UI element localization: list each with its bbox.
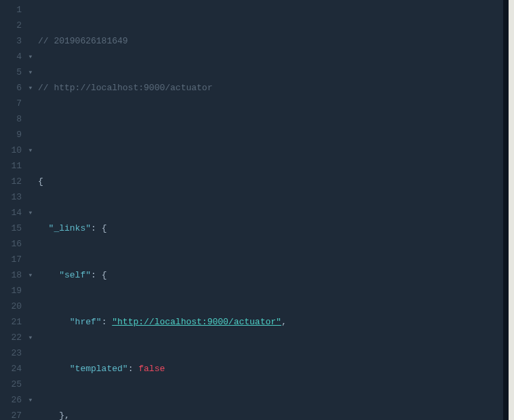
fold-marker [26,174,35,189]
code-line: "self": { [35,267,503,283]
line-number-gutter: 1 2 3 4 5 6 7 8 9 10 11 12 13 14 15 16 1… [0,0,26,420]
line-number: 12 [0,174,22,189]
scrollbar-track[interactable] [503,0,509,420]
fold-marker [26,345,35,361]
line-number: 26 [0,392,22,408]
fold-marker [26,158,35,174]
brace-open: { [102,270,107,280]
line-number: 7 [0,96,22,111]
json-key-links: "_links" [49,223,91,233]
json-url-value[interactable]: "http://localhost:9000/actuator" [112,317,281,327]
code-line: // http://localhost:9000/actuator [35,80,503,96]
line-number: 16 [0,236,22,252]
fold-marker [26,377,35,392]
line-number: 3 [0,33,22,49]
code-line: }, [35,408,503,420]
fold-marker [26,221,35,236]
fold-toggle-icon[interactable]: ▼ [26,267,35,283]
line-number: 2 [0,18,22,33]
fold-marker [26,127,35,142]
line-number: 9 [0,127,22,142]
fold-toggle-icon[interactable]: ▼ [26,330,35,345]
json-key-templated: "templated" [70,364,128,374]
line-number: 27 [0,408,22,420]
comma: , [64,411,70,420]
line-number: 6 [0,80,22,96]
line-number: 15 [0,221,22,236]
fold-marker [26,2,35,18]
fold-marker [26,236,35,252]
fold-marker [26,189,35,205]
code-line: "templated": false [35,361,503,377]
brace-close: } [59,411,64,420]
code-content[interactable]: // 20190626181649 // http://localhost:90… [35,0,503,420]
colon: : [91,270,102,280]
json-key-self: "self" [59,270,91,280]
fold-toggle-icon[interactable]: ▼ [26,142,35,158]
colon: : [91,223,102,233]
code-line: { [35,174,503,189]
fold-toggle-icon[interactable]: ▼ [26,49,35,64]
line-number: 22 [0,330,22,345]
line-number: 18 [0,267,22,283]
line-number: 19 [0,283,22,299]
fold-marker [26,408,35,420]
line-number: 11 [0,158,22,174]
fold-toggle-icon[interactable]: ▼ [26,64,35,80]
fold-gutter: ▼ ▼ ▼ ▼ ▼ ▼ ▼ ▼ [26,0,35,420]
line-number: 8 [0,111,22,127]
fold-marker [26,33,35,49]
code-line: // 20190626181649 [35,33,503,49]
line-number: 24 [0,361,22,377]
line-number: 1 [0,2,22,18]
fold-marker [26,111,35,127]
comma: , [281,317,287,327]
fold-marker [26,361,35,377]
fold-marker [26,18,35,33]
fold-toggle-icon[interactable]: ▼ [26,392,35,408]
line-number: 13 [0,189,22,205]
brace-open: { [102,223,107,233]
colon: : [102,317,113,327]
json-key-href: "href" [70,317,102,327]
fold-toggle-icon[interactable]: ▼ [26,80,35,96]
code-editor: 1 2 3 4 5 6 7 8 9 10 11 12 13 14 15 16 1… [0,0,514,420]
line-number: 21 [0,314,22,330]
colon: : [128,364,139,374]
line-number: 25 [0,377,22,392]
brace-open: { [38,176,43,187]
json-bool-value: false [138,364,165,374]
comment-timestamp: // 20190626181649 [38,36,128,46]
line-number: 5 [0,64,22,80]
right-margin-strip [509,0,514,420]
line-number: 20 [0,299,22,314]
code-line: "href": "http://localhost:9000/actuator"… [35,314,503,330]
line-number: 4 [0,49,22,64]
fold-marker [26,314,35,330]
code-line [35,127,503,142]
line-number: 14 [0,205,22,221]
line-number: 23 [0,345,22,361]
line-number: 17 [0,252,22,267]
comment-url: // http://localhost:9000/actuator [38,83,212,93]
fold-marker [26,252,35,267]
fold-marker [26,299,35,314]
fold-toggle-icon[interactable]: ▼ [26,205,35,221]
line-number: 10 [0,142,22,158]
fold-marker [26,96,35,111]
code-line: "_links": { [35,221,503,236]
fold-marker [26,283,35,299]
